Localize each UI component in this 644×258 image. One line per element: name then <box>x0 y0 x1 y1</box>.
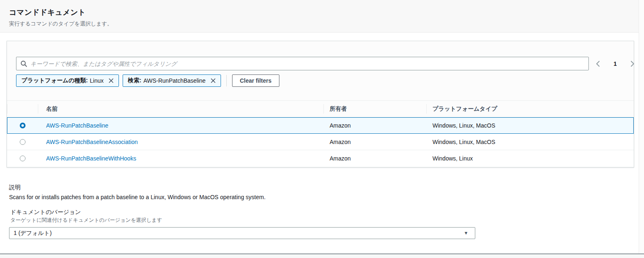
active-filters-row: プラットフォームの種類: Linux 検索: AWS-RunPatchBasel… <box>16 74 279 87</box>
search-input[interactable] <box>30 60 584 67</box>
current-page-number[interactable]: 1 <box>614 60 617 67</box>
page-title: コマンドドキュメント <box>9 7 639 17</box>
radio-column-header <box>7 101 38 117</box>
search-icon <box>21 60 27 67</box>
caret-down-icon: ▼ <box>464 231 468 235</box>
radio-unselected[interactable] <box>20 156 26 161</box>
clear-filters-button[interactable]: Clear filters <box>232 74 279 87</box>
description-label: 説明 <box>9 184 21 191</box>
platform-cell: Windows, Linux, MacOS <box>426 122 634 129</box>
owner-cell: Amazon <box>323 139 426 145</box>
table-header-row: 名前 所有者 プラットフォームタイプ <box>7 100 634 117</box>
filter-chip-search: 検索: AWS-RunPatchBaseline <box>123 74 221 87</box>
close-icon <box>109 78 114 83</box>
page-header: コマンドドキュメント 実行するコマンドのタイプを選択します。 <box>0 0 639 33</box>
filter-chip-label: 検索: <box>128 77 142 84</box>
remove-filter-button[interactable] <box>210 77 216 84</box>
chevron-right-icon <box>630 60 635 67</box>
column-header-owner[interactable]: 所有者 <box>323 101 426 117</box>
filter-chip-value: Linux <box>90 77 103 84</box>
filter-chip-label: プラットフォームの種類: <box>21 77 88 84</box>
table-row[interactable]: AWS-RunPatchBaselineWithHooks Amazon Win… <box>7 150 634 167</box>
filter-chip-platform: プラットフォームの種類: Linux <box>16 74 119 87</box>
footer-strip <box>0 254 644 258</box>
scrollbar-track[interactable] <box>639 0 644 258</box>
next-page-button[interactable] <box>629 59 636 68</box>
platform-cell: Windows, Linux, MacOS <box>426 139 634 145</box>
command-documents-panel: 1 プラットフォームの種類: Linux 検索: <box>7 41 634 167</box>
platform-cell: Windows, Linux <box>426 155 634 162</box>
filter-chip-value: AWS-RunPatchBaseline <box>143 77 205 84</box>
document-link[interactable]: AWS-RunPatchBaselineAssociation <box>46 139 138 145</box>
document-version-hint: ターゲットに関連付けるドキュメントのバージョンを選択します <box>10 217 162 224</box>
table-row[interactable]: AWS-RunPatchBaseline Amazon Windows, Lin… <box>7 117 634 134</box>
document-version-select[interactable]: 1 (デフォルト) ▼ <box>9 227 475 239</box>
radio-selected[interactable] <box>20 123 26 128</box>
document-version-label: ドキュメントのバージョン <box>10 209 81 216</box>
owner-cell: Amazon <box>323 155 426 162</box>
column-header-name[interactable]: 名前 <box>38 101 323 117</box>
document-link[interactable]: AWS-RunPatchBaseline <box>46 122 108 129</box>
table-row[interactable]: AWS-RunPatchBaselineAssociation Amazon W… <box>7 134 634 150</box>
page-subtitle: 実行するコマンドのタイプを選択します。 <box>9 20 639 28</box>
screen: コマンドドキュメント 実行するコマンドのタイプを選択します。 1 <box>0 0 644 258</box>
close-icon <box>211 78 216 83</box>
radio-unselected[interactable] <box>20 139 26 145</box>
pagination: 1 <box>594 57 636 70</box>
remove-filter-button[interactable] <box>108 77 114 84</box>
column-header-platform[interactable]: プラットフォームタイプ <box>426 101 634 117</box>
search-box[interactable] <box>16 57 589 70</box>
description-text: Scans for or installs patches from a pat… <box>9 194 265 200</box>
previous-page-button[interactable] <box>594 59 602 68</box>
filters-divider <box>226 75 227 86</box>
document-version-selected-value: 1 (デフォルト) <box>14 230 52 237</box>
document-link[interactable]: AWS-RunPatchBaselineWithHooks <box>46 155 136 162</box>
documents-table: 名前 所有者 プラットフォームタイプ AWS-RunPatchBaseline … <box>7 100 634 167</box>
chevron-left-icon <box>595 60 601 67</box>
owner-cell: Amazon <box>323 122 426 129</box>
